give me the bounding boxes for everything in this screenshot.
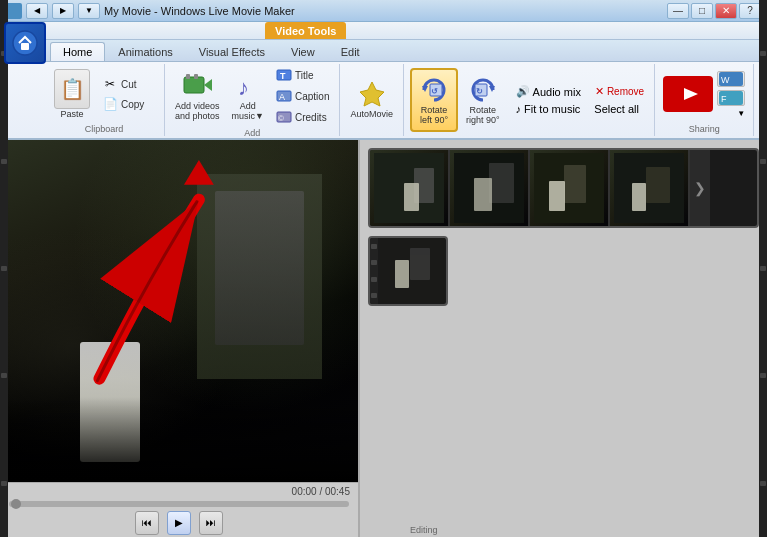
paste-icon: 📋 bbox=[54, 69, 90, 109]
svg-rect-36 bbox=[549, 181, 565, 211]
svg-text:F: F bbox=[721, 94, 727, 104]
rotate-left-icon: ↺ bbox=[418, 74, 450, 106]
film-thumb-2[interactable] bbox=[450, 150, 530, 226]
seek-bar[interactable] bbox=[9, 501, 349, 507]
timeline-panel: ❯ bbox=[360, 140, 767, 537]
window-controls: — □ ✕ ? bbox=[667, 3, 761, 19]
film-thumb-1[interactable] bbox=[370, 150, 450, 226]
editing-right: 🔊 Audio mix ✕ Remove ♪ Fit to music Sele… bbox=[508, 66, 649, 134]
nav-dropdown[interactable]: ▼ bbox=[78, 3, 100, 19]
filmstrip-row: ❯ bbox=[368, 148, 759, 228]
svg-text:♪: ♪ bbox=[238, 75, 249, 100]
svg-text:©: © bbox=[278, 114, 284, 123]
ribbon-tabs: Home Animations Visual Effects View Edit bbox=[0, 40, 767, 62]
video-tools-bar: Video Tools bbox=[0, 22, 767, 40]
file-button[interactable] bbox=[4, 22, 46, 64]
sharing-option-1[interactable]: W bbox=[717, 71, 745, 87]
tab-home[interactable]: Home bbox=[50, 42, 105, 61]
cut-button[interactable]: ✂ Cut bbox=[98, 75, 158, 93]
tab-animations[interactable]: Animations bbox=[105, 42, 185, 61]
clipboard-items: 📋 Paste ✂ Cut 📄 Copy bbox=[50, 66, 158, 122]
minimize-button[interactable]: — bbox=[667, 3, 689, 19]
sharing-label: Sharing bbox=[689, 124, 720, 134]
seek-thumb[interactable] bbox=[11, 499, 21, 509]
credits-label: Credits bbox=[295, 112, 327, 123]
automovie-group: AutoMovie bbox=[340, 64, 404, 136]
svg-text:T: T bbox=[280, 71, 286, 81]
automovie-icon bbox=[356, 78, 388, 110]
time-display: 00:00 / 00:45 bbox=[292, 486, 358, 497]
svg-text:W: W bbox=[721, 75, 730, 85]
thumb-content-3 bbox=[530, 150, 608, 226]
playback-buttons: ⏮ ▶ ⏭ bbox=[135, 511, 223, 535]
svg-rect-35 bbox=[564, 165, 586, 203]
paste-button[interactable]: 📋 Paste bbox=[50, 67, 94, 121]
sharing-dropdown[interactable]: ▼ bbox=[737, 109, 745, 118]
select-all-button[interactable]: Select all bbox=[590, 102, 643, 116]
audio-mix-button[interactable]: 🔊 Audio mix bbox=[512, 84, 585, 99]
svg-rect-5 bbox=[194, 74, 198, 79]
title-bar-left: ◀ ▶ ▼ My Movie - Windows Live Movie Make… bbox=[6, 3, 295, 19]
credits-button[interactable]: © Credits bbox=[272, 108, 333, 126]
add-music-label: Addmusic▼ bbox=[232, 102, 264, 122]
credits-icon: © bbox=[276, 109, 292, 125]
help-button[interactable]: ? bbox=[739, 3, 761, 19]
rotate-left-label: Rotateleft 90° bbox=[420, 106, 448, 126]
svg-text:↺: ↺ bbox=[431, 87, 438, 96]
tab-view[interactable]: View bbox=[278, 42, 328, 61]
rotate-left-button[interactable]: ↺ Rotateleft 90° bbox=[410, 68, 458, 132]
youtube-button[interactable] bbox=[663, 76, 713, 112]
clipboard-group: 📋 Paste ✂ Cut 📄 Copy Clipboard bbox=[0, 64, 165, 136]
back-button[interactable]: ◀ bbox=[26, 3, 48, 19]
video-preview-panel: 00:00 / 00:45 ⏮ ▶ ⏭ bbox=[0, 140, 360, 537]
tab-visual-effects[interactable]: Visual Effects bbox=[186, 42, 278, 61]
svg-rect-2 bbox=[184, 77, 204, 93]
app-icon bbox=[6, 3, 22, 19]
title-icon: T bbox=[276, 67, 292, 83]
fit-music-button[interactable]: ♪ Fit to music bbox=[512, 102, 585, 116]
rewind-button[interactable]: ⏮ bbox=[135, 511, 159, 535]
close-button[interactable]: ✕ bbox=[715, 3, 737, 19]
svg-marker-3 bbox=[204, 79, 212, 91]
ribbon-content: 📋 Paste ✂ Cut 📄 Copy Clipboard bbox=[0, 62, 767, 138]
sharing-option-2[interactable]: F bbox=[717, 90, 745, 106]
svg-rect-33 bbox=[474, 178, 492, 211]
video-tools-tab[interactable]: Video Tools bbox=[265, 22, 346, 39]
remove-button[interactable]: ✕ Remove bbox=[591, 84, 648, 99]
rotate-right-button[interactable]: ↻ Rotateright 90° bbox=[462, 72, 504, 128]
ribbon: Home Animations Visual Effects View Edit… bbox=[0, 40, 767, 140]
video-controls: 00:00 / 00:45 ⏮ ▶ ⏭ bbox=[0, 482, 358, 537]
clip-film-perfs bbox=[370, 238, 378, 304]
title-button[interactable]: T Title bbox=[272, 66, 333, 84]
audio-mix-label: Audio mix bbox=[533, 86, 581, 98]
remove-label: Remove bbox=[607, 86, 644, 97]
play-button[interactable]: ▶ bbox=[167, 511, 191, 535]
automovie-button[interactable]: AutoMovie bbox=[346, 76, 397, 122]
svg-rect-39 bbox=[632, 183, 646, 211]
film-thumb-3[interactable] bbox=[530, 150, 610, 226]
automovie-label: AutoMovie bbox=[350, 110, 393, 120]
forward-button[interactable]: ▶ bbox=[52, 3, 74, 19]
copy-button[interactable]: 📄 Copy bbox=[98, 95, 158, 113]
svg-rect-4 bbox=[186, 74, 190, 79]
title-bar: ◀ ▶ ▼ My Movie - Windows Live Movie Make… bbox=[0, 0, 767, 22]
svg-rect-32 bbox=[489, 163, 514, 203]
tab-edit[interactable]: Edit bbox=[328, 42, 373, 61]
paste-label: Paste bbox=[60, 109, 83, 119]
filmstrip-next-arrow[interactable]: ❯ bbox=[690, 150, 710, 226]
svg-text:A: A bbox=[279, 92, 285, 102]
editing-row-bottom: ♪ Fit to music Select all bbox=[512, 102, 649, 116]
caption-icon: A bbox=[276, 88, 292, 104]
add-music-button[interactable]: ♪ Addmusic▼ bbox=[228, 68, 268, 124]
add-label: Add bbox=[244, 128, 260, 138]
video-canvas bbox=[0, 140, 358, 482]
forward-button[interactable]: ⏭ bbox=[199, 511, 223, 535]
add-videos-button[interactable]: Add videosand photos bbox=[171, 68, 224, 124]
thumb-content-4 bbox=[610, 150, 688, 226]
caption-label: Caption bbox=[295, 91, 329, 102]
film-thumb-4[interactable] bbox=[610, 150, 690, 226]
maximize-button[interactable]: □ bbox=[691, 3, 713, 19]
clip-item[interactable] bbox=[368, 236, 448, 306]
add-videos-icon bbox=[181, 70, 213, 102]
caption-button[interactable]: A Caption bbox=[272, 87, 333, 105]
